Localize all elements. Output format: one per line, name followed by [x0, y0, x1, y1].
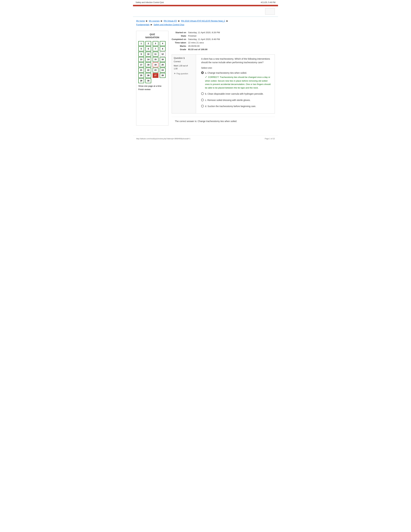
nav-btn-5[interactable]: 5 [138, 47, 144, 51]
answer-option-a[interactable]: a. Change tracheostomy ties when soiled.… [201, 71, 272, 90]
question-main: A client has a new tracheostomy. Which o… [199, 55, 275, 113]
nav-btn-1[interactable]: 1 [138, 41, 144, 46]
checkmark-icon: ✓ [205, 76, 207, 78]
page-footer: http://atitutor.com/mod/quiz/review.php?… [133, 135, 278, 142]
breadcrumb-quiz[interactable]: Safety and Infection Control Quiz [154, 23, 184, 26]
nav-btn-24[interactable]: 24 [160, 68, 166, 73]
breadcrumb-arrow: ▶ [151, 23, 152, 26]
flag-question-link[interactable]: ⚑ Flag question [174, 72, 194, 75]
nav-btn-13[interactable]: 13 [138, 57, 144, 62]
nav-btn-7[interactable]: 7 [153, 47, 159, 51]
info-row-grade: Grade 93.33 out of 100.00 [172, 48, 220, 51]
question-block: Question 1 Correct Mark 1.00 out of1.00 … [172, 54, 275, 114]
question-number: Question 1 [174, 57, 194, 59]
select-one-label: Select one: [201, 66, 272, 69]
quiz-info: Started on Saturday, 11 April 2020, 8:26… [172, 31, 275, 51]
datetime: 4/11/20, 5:49 PM [261, 1, 275, 4]
time-label: Time taken [172, 41, 188, 44]
radio-b[interactable] [201, 92, 204, 95]
nav-btn-23[interactable]: 23 [153, 68, 159, 73]
right-content: Started on Saturday, 11 April 2020, 8:26… [172, 31, 275, 126]
breadcrumb-courses[interactable]: My courses [149, 20, 159, 22]
breadcrumb-fundamentals[interactable]: Fundamentals [136, 23, 149, 26]
breadcrumb-arrow: ▶ [161, 20, 162, 22]
nav-btn-10[interactable]: 10 [145, 52, 151, 57]
info-row-state: State Finished [172, 34, 220, 38]
header-area [133, 6, 278, 17]
correct-answer-footer: The correct answer is: Change tracheosto… [172, 117, 275, 126]
question-text: A client has a new tracheostomy. Which o… [201, 57, 272, 64]
top-bar: Safety and Infection Control Quiz 4/11/2… [133, 0, 278, 5]
state-label: State [172, 34, 188, 38]
started-value: Saturday, 11 April 2020, 8:26 PM [188, 31, 220, 34]
nav-btn-8[interactable]: 8 [160, 47, 166, 51]
nav-btn-22[interactable]: 22 [145, 68, 151, 73]
state-value: Finished [188, 34, 220, 38]
show-one-page-link[interactable]: Show one page at a time [138, 85, 166, 87]
answer-main-text-a: a. Change tracheostomy ties when soiled. [205, 71, 272, 75]
nav-btn-21[interactable]: 21 [138, 68, 144, 73]
nav-btn-6[interactable]: 6 [145, 47, 151, 51]
marks-value: 28.00/30.00 [188, 44, 220, 48]
answer-text-a: a. Change tracheostomy ties when soiled.… [205, 71, 272, 90]
answer-option-c[interactable]: c. Remove soiled dressing with sterile g… [201, 98, 272, 102]
breadcrumb-rn-virtual[interactable]: RN Virtual-ATI [164, 20, 177, 22]
marks-label: Marks [172, 44, 188, 48]
nav-btn-14[interactable]: 14 [145, 57, 151, 62]
grade-label: Grade [172, 48, 188, 51]
time-value: 22 mins 21 secs [188, 41, 220, 44]
quiz-nav-title: QUIZNAVIGATION [138, 33, 166, 39]
info-row-started: Started on Saturday, 11 April 2020, 8:26… [172, 31, 220, 34]
nav-btn-30[interactable]: 30 [145, 78, 151, 83]
nav-btn-28[interactable]: 28 [160, 73, 166, 78]
started-label: Started on [172, 31, 188, 34]
nav-btn-17[interactable]: 17 [138, 62, 144, 67]
main-content: QUIZNAVIGATION 1234567891011121314151617… [133, 28, 278, 129]
breadcrumb-home[interactable]: My home [136, 20, 145, 22]
answer-option-d[interactable]: d. Suction the tracheostomy before begin… [201, 104, 272, 108]
nav-btn-27[interactable]: 27 [153, 73, 159, 78]
answer-text-c: c. Remove soiled dressing with sterile g… [205, 98, 272, 102]
answer-text-d: d. Suction the tracheostomy before begin… [205, 104, 272, 108]
nav-btn-20[interactable]: 20 [160, 62, 166, 67]
nav-btn-19[interactable]: 19 [153, 62, 159, 67]
quiz-navigation: QUIZNAVIGATION 1234567891011121314151617… [136, 31, 168, 126]
finish-review-link[interactable]: Finish review [138, 88, 166, 91]
breadcrumb-nclex[interactable]: RN 2019 Virtual-ATI® NCLEX® Review Neal_… [181, 20, 225, 22]
answer-options-container: a. Change tracheostomy ties when soiled.… [201, 71, 272, 108]
answer-option-b[interactable]: b. Clean disposable inner cannula with h… [201, 92, 272, 95]
nav-btn-12[interactable]: 12 [160, 52, 166, 57]
info-row-completed: Completed on Saturday, 11 April 2020, 8:… [172, 38, 220, 41]
footer-url: http://atitutor.com/mod/quiz/review.php?… [136, 138, 190, 140]
nav-links: Show one page at a time Finish review [138, 85, 166, 91]
nav-btn-11[interactable]: 11 [153, 52, 159, 57]
nav-btn-9[interactable]: 9 [138, 52, 144, 57]
nav-btn-26[interactable]: 26 [145, 73, 151, 78]
footer-page: Page 1 of 22 [265, 138, 275, 140]
breadcrumb-arrow: ▶ [178, 20, 180, 22]
nav-grid: 1234567891011121314151617181920212223242… [138, 41, 166, 83]
info-row-marks: Marks 28.00/30.00 [172, 44, 220, 48]
answer-main-text-c: c. Remove soiled dressing with sterile g… [205, 98, 272, 102]
nav-btn-25[interactable]: 25 [138, 73, 144, 78]
completed-label: Completed on [172, 38, 188, 41]
page-title: Safety and Infection Control Quiz [136, 1, 164, 4]
completed-value: Saturday, 11 April 2020, 8:48 PM [188, 38, 220, 41]
answer-feedback-a: ✓ CORRECT. Tracheostomy ties should be c… [205, 75, 272, 89]
nav-btn-18[interactable]: 18 [145, 62, 151, 67]
nav-btn-15[interactable]: 15 [153, 57, 159, 62]
nav-btn-4[interactable]: 4 [160, 41, 166, 46]
radio-a[interactable] [201, 71, 204, 74]
question-sidebar: Question 1 Correct Mark 1.00 out of1.00 … [172, 55, 196, 113]
nav-btn-16[interactable]: 16 [160, 57, 166, 62]
flag-label: Flag question [177, 73, 188, 75]
breadcrumb-arrow: ▶ [146, 20, 148, 22]
radio-c[interactable] [201, 99, 204, 101]
nav-btn-3[interactable]: 3 [153, 41, 159, 46]
nav-btn-2[interactable]: 2 [145, 41, 151, 46]
answer-main-text-b: b. Clean disposable inner cannula with h… [205, 92, 272, 95]
radio-d[interactable] [201, 105, 204, 107]
info-row-time: Time taken 22 mins 21 secs [172, 41, 220, 44]
logo-box [265, 8, 275, 15]
nav-btn-29[interactable]: 29 [138, 78, 144, 83]
